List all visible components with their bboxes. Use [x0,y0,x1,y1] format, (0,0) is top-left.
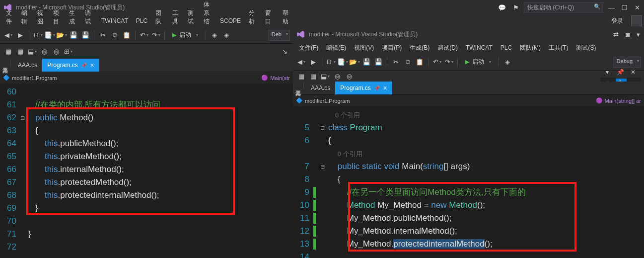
menu-test[interactable]: 测试(S) [572,42,600,54]
tab-program[interactable]: Program.cs📌✕ [335,82,392,94]
save-all-icon[interactable]: 💾 [80,30,91,41]
tc-icon[interactable]: ◈ [502,57,513,68]
paste-icon[interactable]: 📋 [414,57,425,68]
code-text: My_Method.internalMethod(); [347,226,457,236]
open-icon[interactable]: 📂 [56,30,67,41]
nav-back-icon[interactable]: ◀ [296,57,307,68]
customize-icon[interactable]: ⇄ [613,31,619,38]
menu-view[interactable]: 视图(V) [350,42,378,54]
tc-icon[interactable]: ◎ [344,71,355,82]
save-all-icon[interactable]: 💾 [373,57,384,68]
tc-icon[interactable]: ⬓ [320,71,331,82]
dropdown-icon[interactable]: ▾ [602,67,612,77]
nav-fwd-icon[interactable]: ▶ [308,57,319,68]
cut-icon[interactable]: ✂ [390,57,401,68]
minimize-icon[interactable]: — [608,4,615,11]
cut-icon[interactable]: ✂ [97,30,108,41]
undo-icon[interactable]: ↶ [139,30,149,41]
tc-icon[interactable]: ▦ [15,46,26,57]
tc-icon[interactable]: ▦ [3,46,14,57]
menu-build[interactable]: 生成(B) [406,42,433,54]
fold-toggle[interactable]: ⊟ [19,111,26,124]
tc-icon[interactable]: ▦ [308,71,319,82]
close-icon[interactable]: ✕ [635,4,640,11]
tc-icon[interactable]: ⬓ [27,46,38,57]
new-project-icon[interactable]: 🗋 [32,30,43,41]
separator [387,58,387,67]
pin-icon[interactable]: 📌 [615,67,625,77]
quick-launch-input[interactable]: 快速启动 (Ctrl+Q) [524,2,603,13]
feedback-icon[interactable]: 💬 [498,4,506,11]
start-debug-button[interactable]: ▶启动 [461,56,496,68]
tc-icon[interactable]: ◎ [39,46,50,57]
nav-member[interactable]: 🟣 Main(string[] ar [593,97,644,104]
tc-icon[interactable]: ◎ [332,71,343,82]
paste-icon[interactable]: 📋 [121,30,132,41]
line-numbers: 60616263646566676869707172 [0,84,19,258]
save-icon[interactable]: 💾 [68,30,79,41]
code-lens[interactable]: 0 个引用 [338,150,362,158]
tab-program[interactable]: Program.cs📌✕ [42,59,99,72]
copy-icon[interactable]: ⧉ [402,57,413,68]
nav-scope[interactable]: 🔷 modifier1.Program [0,75,258,81]
start-debug-button[interactable]: ▶启动 [168,29,203,41]
redo-icon[interactable]: ↷ [150,30,161,41]
add-item-icon[interactable]: 📑 [44,30,55,41]
pin-icon[interactable]: 📌 [374,86,380,91]
open-icon[interactable]: 📂 [349,57,360,68]
tab-aaa[interactable]: AAA.cs [306,82,335,94]
menu-plc[interactable]: PLC [497,43,516,53]
menu-plc[interactable]: PLC [132,16,151,26]
toolbox-tab[interactable]: 工具箱 [0,59,11,67]
menu-file[interactable]: 文件(F) [295,42,322,54]
code-lens[interactable]: 0 个引用 [335,111,360,119]
code-area[interactable]: 0 个引用 class Program { 0 个引用 public stati… [326,106,526,258]
step-into-icon[interactable]: ↘ [279,46,290,57]
customize-icon[interactable]: ◙ [626,31,630,38]
new-project-icon[interactable]: 🗋 [325,57,336,68]
close-icon[interactable]: ✕ [383,85,387,91]
fold-toggle[interactable]: ⊟ [319,121,326,134]
overflow-icon[interactable]: ▾ [637,31,640,38]
menu-tools[interactable]: 工具(T) [545,42,572,54]
code-editor[interactable]: 567891011121314 ⊟⊟ 0 个引用 class Program {… [293,106,644,258]
restore-icon[interactable]: ❐ [622,4,628,11]
menu-project[interactable]: 项目(P) [378,42,406,54]
twincat-icon2[interactable]: ◈ [221,30,232,41]
avatar-icon[interactable] [631,15,642,26]
twincat-icon[interactable]: ◈ [209,30,220,41]
code-editor[interactable]: 60616263646566676869707172 ⊟ //在类的内部,所有方… [0,84,293,258]
tab-aaa[interactable]: AAA.cs [13,59,42,72]
close-icon[interactable]: ✕ [628,67,638,77]
code-text: .protectedinternalMethod(); [58,190,159,200]
menu-team[interactable]: 团队(M) [516,42,545,54]
save-icon[interactable]: 💾 [361,57,372,68]
nav-fwd-icon[interactable]: ▶ [15,30,26,41]
close-icon[interactable]: ✕ [90,62,94,69]
menu-scope[interactable]: SCOPE [216,16,245,26]
nav-member-text: Main(str [270,75,290,81]
sign-in-button[interactable]: 登录 [606,15,628,27]
menu-twincat[interactable]: TWINCAT [462,43,497,53]
code-area[interactable]: //在类的内部,所有方法都可以访问 public Method() { this… [26,84,160,258]
code-keyword: this [45,165,58,174]
menu-edit[interactable]: 编辑(E) [322,42,350,54]
tc-icon[interactable]: ◎ [51,46,62,57]
solution-config[interactable]: Deb [268,30,290,41]
pin-icon[interactable]: 📌 [81,63,87,68]
tc-icon[interactable]: ⊞ [63,46,73,57]
toolbox-tab[interactable]: 工具箱 [293,82,304,89]
nav-scope-text: modifier1.Program [12,75,57,81]
redo-icon[interactable]: ↷ [443,57,454,68]
notify-icon[interactable]: ⚑ [513,4,519,11]
nav-member[interactable]: 🟣 Main(str [258,75,293,81]
undo-icon[interactable]: ↶ [431,57,442,68]
menu-debug[interactable]: 调试(D) [433,42,462,54]
copy-icon[interactable]: ⧉ [109,30,120,41]
tc-icon[interactable]: ▦ [296,71,307,82]
nav-back-icon[interactable]: ◀ [3,30,14,41]
add-item-icon[interactable]: 📑 [337,57,348,68]
nav-scope[interactable]: 🔷 modifier1.Program [293,97,593,104]
menu-twincat[interactable]: TWINCAT [97,16,132,26]
fold-toggle[interactable]: ⊟ [319,160,326,173]
